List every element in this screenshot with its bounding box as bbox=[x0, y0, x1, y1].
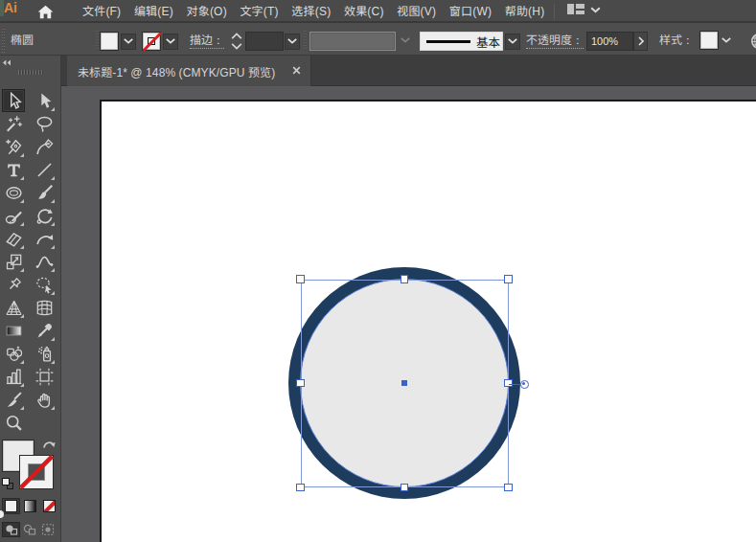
shape-center-point[interactable] bbox=[401, 380, 407, 386]
draw-behind-button[interactable] bbox=[20, 522, 38, 537]
puppet-warp-icon bbox=[5, 276, 23, 294]
tool-ellipse[interactable] bbox=[2, 181, 25, 204]
brush-name: 基本 bbox=[476, 33, 500, 51]
menu-help[interactable]: 帮助(H) bbox=[498, 0, 551, 23]
home-icon[interactable] bbox=[37, 5, 54, 19]
tool-column-graph[interactable] bbox=[2, 365, 25, 388]
tool-selection[interactable] bbox=[2, 89, 25, 112]
tool-mesh[interactable] bbox=[33, 296, 56, 319]
tool-slice[interactable] bbox=[2, 388, 25, 411]
stroke-weight-input[interactable] bbox=[245, 32, 284, 51]
tool-artboard[interactable] bbox=[33, 365, 56, 388]
menu-type[interactable]: 文字(T) bbox=[234, 0, 286, 23]
default-fill-stroke-icon[interactable] bbox=[2, 478, 14, 490]
tool-paintbrush[interactable] bbox=[33, 181, 56, 204]
handle-middle-left[interactable] bbox=[296, 379, 304, 387]
tab-close-icon[interactable] bbox=[292, 66, 301, 75]
stepper-down-icon[interactable] bbox=[231, 43, 242, 50]
tool-free-transform[interactable] bbox=[33, 273, 56, 296]
tool-pen[interactable] bbox=[2, 135, 25, 158]
gradient-icon bbox=[5, 322, 23, 340]
handle-top-left[interactable] bbox=[296, 275, 304, 282]
menu-effect[interactable]: 效果(C) bbox=[337, 0, 390, 23]
menu-select[interactable]: 选择(S) bbox=[286, 0, 338, 23]
tool-lasso[interactable] bbox=[33, 112, 56, 135]
tool-scale[interactable] bbox=[2, 250, 25, 273]
illustrator-window: Ai 文件(F) 编辑(E) 对象(O) 文字(T) 选择(S) 效果(C) 视… bbox=[0, 0, 756, 542]
tool-curvature[interactable] bbox=[33, 135, 56, 158]
tool-shape-builder[interactable] bbox=[2, 342, 25, 365]
tool-eyedropper[interactable] bbox=[33, 319, 56, 342]
style-dropdown-icon[interactable] bbox=[722, 37, 731, 43]
tool-type[interactable] bbox=[2, 158, 25, 181]
opacity-label[interactable]: 不透明度： bbox=[526, 34, 584, 49]
stroke-color-dropdown[interactable] bbox=[163, 34, 178, 50]
document-tab-bar: 未标题-1* @ 148% (CMYK/GPU 预览) bbox=[61, 56, 756, 86]
control-bar-grip[interactable] bbox=[1, 28, 6, 53]
none-button[interactable] bbox=[40, 498, 58, 514]
draw-normal-button[interactable] bbox=[2, 522, 20, 537]
menu-edit[interactable]: 编辑(E) bbox=[127, 0, 180, 23]
handle-top-center[interactable] bbox=[401, 275, 408, 282]
collapse-panel-icon[interactable] bbox=[2, 59, 11, 66]
tool-gradient[interactable] bbox=[2, 319, 25, 342]
tool-shaper[interactable] bbox=[2, 204, 25, 227]
handle-top-right[interactable] bbox=[504, 275, 512, 282]
workspace-switcher-icon[interactable] bbox=[567, 4, 584, 14]
stroke-weight-label[interactable]: 描边： bbox=[190, 34, 224, 49]
menu-window[interactable]: 窗口(W) bbox=[443, 0, 498, 23]
stroke-weight-dropdown[interactable] bbox=[285, 34, 300, 50]
tool-rotate[interactable] bbox=[33, 204, 56, 227]
flyout-indicator bbox=[20, 360, 24, 364]
handle-bottom-right[interactable] bbox=[504, 484, 512, 491]
brush-definition-field[interactable]: 基本 bbox=[420, 32, 503, 51]
document-tab[interactable]: 未标题-1* @ 148% (CMYK/GPU 预览) bbox=[67, 56, 311, 86]
flyout-indicator bbox=[20, 245, 24, 249]
canvas-area[interactable] bbox=[61, 86, 756, 542]
opacity-expand-button[interactable] bbox=[633, 32, 648, 51]
tool-perspective-grid[interactable] bbox=[2, 296, 25, 319]
flyout-indicator bbox=[51, 360, 55, 364]
handle-bottom-center[interactable] bbox=[401, 484, 408, 491]
workspace-caret-icon[interactable] bbox=[590, 7, 601, 13]
fill-color-well[interactable] bbox=[100, 32, 119, 51]
flyout-indicator bbox=[20, 268, 24, 272]
stroke-swatch[interactable] bbox=[19, 455, 54, 489]
tool-hand[interactable] bbox=[33, 388, 56, 411]
menu-file[interactable]: 文件(F) bbox=[76, 0, 127, 23]
fill-color-dropdown[interactable] bbox=[121, 34, 136, 50]
stroke-weight-stepper[interactable] bbox=[229, 32, 244, 51]
app-logo-text: Ai bbox=[4, 1, 17, 15]
tool-symbol-sprayer[interactable] bbox=[33, 342, 56, 365]
stepper-up-icon[interactable] bbox=[231, 33, 242, 39]
tool-line[interactable] bbox=[33, 158, 56, 181]
zoom-icon bbox=[5, 414, 23, 432]
tool-puppet-warp[interactable] bbox=[2, 273, 25, 296]
tool-zoom[interactable] bbox=[2, 411, 25, 434]
curvature-icon bbox=[35, 138, 54, 156]
tool-magic-wand[interactable] bbox=[2, 112, 25, 135]
tool-direct-selection[interactable] bbox=[33, 89, 56, 112]
chevron-down-icon bbox=[401, 37, 410, 43]
flyout-indicator bbox=[20, 153, 24, 157]
control-separator bbox=[303, 30, 307, 51]
flyout-indicator bbox=[20, 314, 24, 318]
brush-dropdown[interactable] bbox=[505, 34, 520, 50]
live-shape-widget[interactable] bbox=[520, 380, 529, 389]
opacity-input[interactable]: 100% bbox=[586, 32, 633, 51]
tool-eraser[interactable] bbox=[2, 227, 25, 250]
menu-object[interactable]: 对象(O) bbox=[180, 0, 234, 23]
menu-view[interactable]: 视图(V) bbox=[390, 0, 443, 23]
style-swatch[interactable] bbox=[699, 31, 719, 50]
gradient-button[interactable] bbox=[21, 498, 39, 514]
tool-rotate-view[interactable] bbox=[33, 227, 56, 250]
tools-panel-grip[interactable] bbox=[18, 70, 43, 75]
swap-fill-stroke-icon[interactable] bbox=[42, 438, 57, 451]
menubar-divider bbox=[554, 4, 555, 19]
tool-width[interactable] bbox=[33, 250, 56, 273]
color-button[interactable] bbox=[2, 498, 20, 514]
stroke-color-well[interactable] bbox=[142, 32, 161, 51]
draw-inside-button[interactable] bbox=[38, 522, 57, 537]
handle-bottom-left[interactable] bbox=[296, 484, 304, 491]
app-logo-icon[interactable]: Ai bbox=[0, 0, 24, 16]
